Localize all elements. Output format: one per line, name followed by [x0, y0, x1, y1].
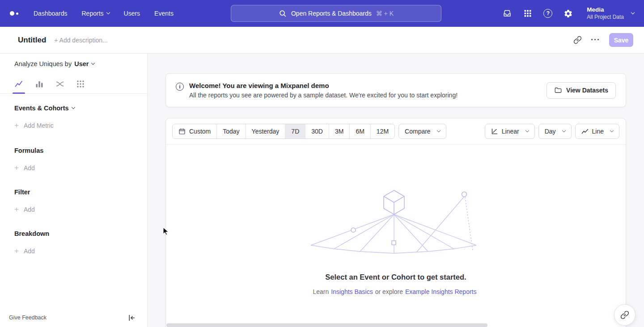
date-range-3m[interactable]: 3M [329, 124, 350, 138]
give-feedback-link[interactable]: Give Feedback [9, 314, 47, 321]
empty-state-links: LearnInsights Basicsor exploreExample In… [313, 288, 479, 295]
line-chart-tab[interactable] [14, 74, 23, 93]
save-button[interactable]: Save [609, 33, 633, 47]
flows-chart-tab[interactable] [55, 74, 64, 93]
plus-icon: + [14, 205, 19, 213]
visualization-tabs [0, 74, 147, 94]
plus-icon: + [14, 164, 19, 172]
info-icon: i [176, 83, 184, 91]
date-range-segmented-control: Custom Today Yesterday 7D 30D 3M 6M 12M [172, 124, 395, 139]
primary-nav: Dashboards Reports Users Events [34, 10, 174, 17]
add-description-field[interactable]: + Add description... [54, 37, 107, 44]
date-range-yesterday[interactable]: Yesterday [246, 124, 286, 138]
add-breakdown-label: Add [24, 247, 35, 255]
settings-gear-icon[interactable] [564, 9, 573, 18]
compare-label: Compare [405, 128, 431, 135]
date-range-today[interactable]: Today [217, 124, 246, 138]
date-range-label: 6M [356, 128, 364, 135]
chevron-down-icon [610, 129, 614, 132]
horizontal-scrollbar[interactable] [166, 323, 487, 327]
empty-state: Select an Event or Cohort to get started… [166, 188, 626, 295]
formulas-section-header: Formulas [0, 147, 147, 154]
compare-dropdown[interactable]: Compare [398, 124, 446, 139]
nav-events[interactable]: Events [154, 10, 174, 17]
line-chart-icon [581, 128, 589, 135]
nav-users-label: Users [124, 10, 140, 17]
add-metric-button[interactable]: + Add Metric [0, 122, 147, 129]
scale-dropdown[interactable]: Linear [485, 124, 535, 139]
scale-label: Linear [502, 128, 519, 135]
search-icon [279, 9, 287, 17]
plus-icon: + [14, 247, 19, 255]
report-title[interactable]: Untitled [18, 36, 46, 45]
add-filter-button[interactable]: + Add [0, 205, 147, 213]
breakdown-section-header: Breakdown [0, 230, 147, 237]
search-placeholder: Open Reports & Dashboards [291, 10, 372, 17]
date-range-label: Today [223, 128, 239, 135]
header-actions: ··· Save [573, 33, 633, 47]
interval-dropdown[interactable]: Day [538, 124, 572, 139]
chart-type-dropdown[interactable]: Line [575, 124, 619, 139]
chart-types-grid-tab[interactable] [76, 74, 85, 93]
events-cohorts-label: Events & Cohorts [14, 105, 69, 112]
linear-scale-icon [491, 128, 498, 135]
formulas-label: Formulas [14, 147, 43, 154]
insights-basics-link[interactable]: Insights Basics [331, 288, 373, 295]
analyze-prefix-label: Analyze Uniques by [14, 60, 72, 67]
add-metric-label: Add Metric [24, 122, 54, 129]
inbox-icon[interactable] [502, 8, 512, 18]
date-range-custom[interactable]: Custom [173, 124, 217, 138]
report-canvas: i Welcome! You are viewing a Mixpanel de… [148, 54, 644, 327]
project-selector[interactable]: Media All Project Data [587, 6, 634, 21]
add-breakdown-button[interactable]: + Add [0, 247, 147, 255]
chevron-down-icon [436, 129, 440, 132]
mixpanel-logo[interactable] [10, 11, 18, 16]
date-range-12m[interactable]: 12M [371, 124, 394, 138]
chevron-down-icon [525, 129, 529, 132]
nav-right-cluster: ? Media All Project Data [502, 0, 634, 27]
collapse-sidebar-icon[interactable] [128, 314, 136, 322]
search-shortcut: ⌘ + K [376, 10, 394, 17]
sidebar-footer: Give Feedback [0, 308, 147, 327]
more-options-icon[interactable]: ··· [591, 35, 600, 45]
view-datasets-button[interactable]: View Datasets [547, 82, 616, 99]
nav-reports[interactable]: Reports [82, 10, 110, 17]
project-environment: All Project Data [587, 14, 624, 21]
date-range-label: 7D [291, 128, 299, 135]
nav-dashboards[interactable]: Dashboards [34, 10, 68, 17]
help-icon[interactable]: ? [543, 9, 552, 18]
date-range-custom-label: Custom [189, 128, 211, 135]
nav-users[interactable]: Users [124, 10, 140, 17]
date-range-7d[interactable]: 7D [285, 124, 305, 138]
add-formula-button[interactable]: + Add [0, 164, 147, 172]
events-cohorts-section-header[interactable]: Events & Cohorts [0, 105, 147, 112]
date-range-6m[interactable]: 6M [350, 124, 370, 138]
date-range-label: Yesterday [252, 128, 280, 135]
middle-text: or explore [375, 288, 403, 295]
breakdown-label: Breakdown [14, 230, 49, 237]
nav-dashboards-label: Dashboards [34, 10, 68, 17]
bar-chart-tab[interactable] [35, 74, 44, 93]
add-filter-label: Add [24, 206, 35, 213]
chart-display-controls: Linear Day Line [485, 124, 619, 139]
chevron-down-icon [106, 11, 110, 14]
date-range-label: 30D [311, 128, 323, 135]
share-link-fab[interactable] [614, 304, 636, 326]
chevron-down-icon [71, 105, 75, 109]
example-insights-reports-link[interactable]: Example Insights Reports [405, 288, 477, 295]
empty-state-illustration [311, 188, 481, 255]
add-formula-label: Add [24, 164, 35, 172]
filter-label: Filter [14, 189, 30, 196]
apps-grid-icon[interactable] [523, 9, 532, 18]
logo-dot-large [10, 11, 14, 16]
copy-link-icon[interactable] [573, 36, 582, 44]
project-name: Media [587, 6, 624, 14]
calendar-icon [178, 128, 186, 135]
date-range-label: 12M [377, 128, 389, 135]
global-search-bar[interactable]: Open Reports & Dashboards ⌘ + K [231, 5, 441, 22]
date-range-30d[interactable]: 30D [305, 124, 329, 138]
analyze-by-dropdown[interactable]: User [74, 60, 94, 67]
insights-chart-card: Custom Today Yesterday 7D 30D 3M 6M 12M … [165, 118, 626, 327]
plus-icon: + [14, 122, 19, 129]
logo-dot-small [16, 13, 18, 15]
